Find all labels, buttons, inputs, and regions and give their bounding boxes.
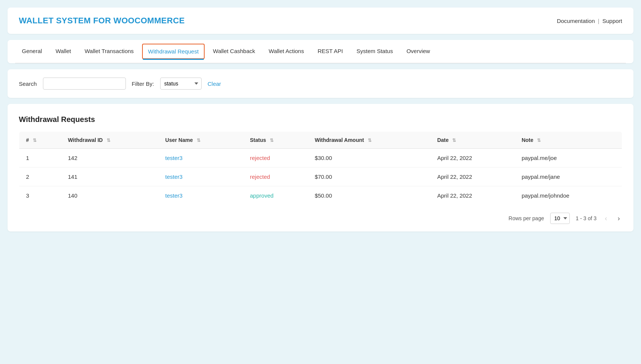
tab-withdrawal-request[interactable]: Withdrawal Request xyxy=(142,44,205,59)
support-link[interactable]: Support xyxy=(602,18,622,24)
tab-wallet[interactable]: Wallet xyxy=(49,40,78,62)
rows-per-page-select[interactable]: 5 10 25 50 xyxy=(550,213,570,224)
table-row: 1 142 tester3 rejected $30.00 April 22, … xyxy=(19,149,622,168)
cell-date: April 22, 2022 xyxy=(430,186,515,205)
filter-bar: Search Filter By: status approved reject… xyxy=(8,69,633,98)
header-links: Documentation | Support xyxy=(557,18,622,24)
table-header: # ⇅ Withdrawal ID ⇅ User Name ⇅ Status ⇅… xyxy=(19,132,622,149)
search-label: Search xyxy=(19,81,37,87)
tab-system-status[interactable]: System Status xyxy=(350,40,400,62)
col-header-user-name[interactable]: User Name ⇅ xyxy=(159,132,243,149)
pagination-row: Rows per page 5 10 25 50 1 - 3 of 3 ‹ › xyxy=(19,213,622,224)
col-header-note[interactable]: Note ⇅ xyxy=(515,132,622,149)
col-header-status[interactable]: Status ⇅ xyxy=(243,132,308,149)
rows-per-page-label: Rows per page xyxy=(509,215,544,221)
col-header-amount[interactable]: Withdrawal Amount ⇅ xyxy=(308,132,430,149)
documentation-link[interactable]: Documentation xyxy=(557,18,595,24)
cell-num: 3 xyxy=(19,186,61,205)
cell-note: paypal.me/joe xyxy=(515,149,622,168)
page-info: 1 - 3 of 3 xyxy=(576,215,597,221)
tab-general[interactable]: General xyxy=(15,40,49,62)
sort-icon-user: ⇅ xyxy=(197,138,200,143)
table-title: Withdrawal Requests xyxy=(19,115,622,124)
filter-by-label: Filter By: xyxy=(132,81,154,87)
clear-button[interactable]: Clear xyxy=(208,81,221,87)
cell-note: paypal.me/jane xyxy=(515,168,622,186)
cell-amount: $30.00 xyxy=(308,149,430,168)
tab-rest-api[interactable]: REST API xyxy=(311,40,350,62)
cell-amount: $50.00 xyxy=(308,186,430,205)
cell-withdrawal-id: 140 xyxy=(61,186,158,205)
search-input[interactable] xyxy=(43,78,126,90)
col-header-date[interactable]: Date ⇅ xyxy=(430,132,515,149)
filter-select[interactable]: status approved rejected pending xyxy=(160,78,202,90)
table-card: Withdrawal Requests # ⇅ Withdrawal ID ⇅ … xyxy=(8,104,633,231)
tab-wallet-cashback[interactable]: Wallet Cashback xyxy=(206,40,262,62)
cell-num: 2 xyxy=(19,168,61,186)
sort-icon-num: ⇅ xyxy=(33,138,37,143)
sort-icon-date: ⇅ xyxy=(452,138,456,143)
nav-tabs: General Wallet Wallet Transactions Withd… xyxy=(15,40,626,63)
cell-note: paypal.me/johndoe xyxy=(515,186,622,205)
cell-user-name[interactable]: tester3 xyxy=(159,149,243,168)
sort-icon-amount: ⇅ xyxy=(368,138,372,143)
sort-icon-status: ⇅ xyxy=(270,138,274,143)
cell-user-name[interactable]: tester3 xyxy=(159,168,243,186)
table-row: 2 141 tester3 rejected $70.00 April 22, … xyxy=(19,168,622,186)
cell-date: April 22, 2022 xyxy=(430,149,515,168)
cell-status: approved xyxy=(243,186,308,205)
withdrawal-requests-table: # ⇅ Withdrawal ID ⇅ User Name ⇅ Status ⇅… xyxy=(19,131,622,205)
tab-overview[interactable]: Overview xyxy=(400,40,437,62)
cell-status: rejected xyxy=(243,168,308,186)
cell-num: 1 xyxy=(19,149,61,168)
sort-icon-note: ⇅ xyxy=(537,138,541,143)
sort-icon-id: ⇅ xyxy=(107,138,110,143)
header-divider: | xyxy=(598,18,600,24)
header-bar: WALLET SYSTEM FOR WOOCOMMERCE Documentat… xyxy=(8,8,633,34)
col-header-withdrawal-id[interactable]: Withdrawal ID ⇅ xyxy=(61,132,158,149)
tab-wallet-transactions[interactable]: Wallet Transactions xyxy=(78,40,141,62)
nav-border xyxy=(15,63,626,63)
table-body: 1 142 tester3 rejected $30.00 April 22, … xyxy=(19,149,622,205)
cell-withdrawal-id: 142 xyxy=(61,149,158,168)
cell-status: rejected xyxy=(243,149,308,168)
table-row: 3 140 tester3 approved $50.00 April 22, … xyxy=(19,186,622,205)
cell-user-name[interactable]: tester3 xyxy=(159,186,243,205)
cell-amount: $70.00 xyxy=(308,168,430,186)
nav-card: General Wallet Wallet Transactions Withd… xyxy=(8,40,633,63)
cell-withdrawal-id: 141 xyxy=(61,168,158,186)
tab-wallet-actions[interactable]: Wallet Actions xyxy=(262,40,311,62)
brand-title: WALLET SYSTEM FOR WOOCOMMERCE xyxy=(19,16,185,26)
prev-page-button[interactable]: ‹ xyxy=(603,213,609,224)
next-page-button[interactable]: › xyxy=(615,213,622,224)
cell-date: April 22, 2022 xyxy=(430,168,515,186)
col-header-num[interactable]: # ⇅ xyxy=(19,132,61,149)
